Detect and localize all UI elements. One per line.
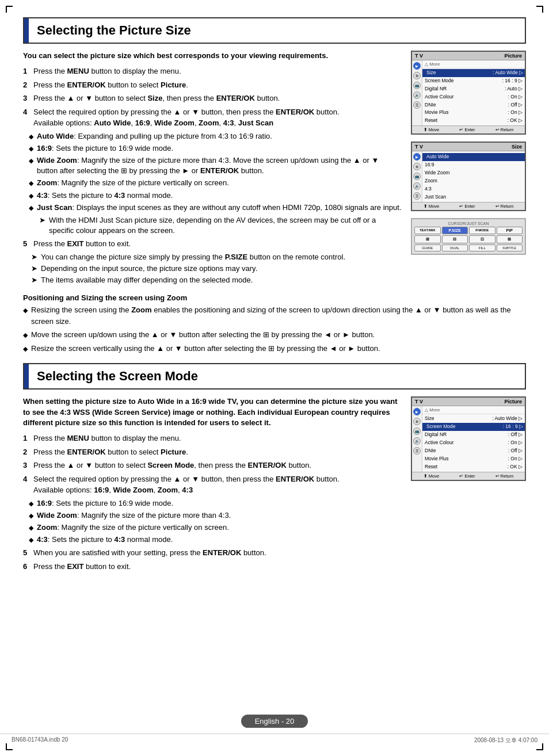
section1-header: Selecting the Picture Size: [23, 17, 526, 44]
tv2-body: ▶ ⚙ 📺 🔊 ☰ Auto Wide 16:9: [412, 151, 525, 201]
pos-item-2: ◆ Move the screen up/down using the ▲ or…: [23, 329, 526, 341]
tv3-icon-4: 🔊: [413, 437, 421, 445]
tv1-icon-2: ⚙: [413, 72, 421, 79]
tv3-row-screenmode: Screen Mode : 16 : 9 ▷: [422, 423, 525, 431]
tv1-icon-3: 📺: [413, 82, 421, 89]
s2-step-4: 4 Select the required option by pressing…: [23, 474, 402, 496]
section2-title: Selecting the Screen Mode: [29, 364, 206, 388]
section1-text-col: You can select the picture size which be…: [23, 51, 402, 288]
tv-screen-1: T V Picture ▶ ⚙ 📺 🔊 ☰ △ More: [411, 51, 526, 135]
remote-btn-icon2: ⊟: [442, 235, 468, 243]
tv3-row-reset: Reset : OK ▷: [425, 463, 523, 471]
tv2-item-169: 16:9: [425, 161, 523, 169]
tv1-row-size: Size : Auto Wide ▷: [422, 69, 525, 77]
tv2-rows: Auto Wide 16:9 Wide Zoom Zoom: [422, 151, 525, 201]
tv1-row-activecolour: Active Colour : On ▷: [425, 93, 523, 101]
tv2-tv-label: T V: [415, 144, 423, 150]
tv3-footer-enter: ↵ Enter: [459, 474, 475, 479]
tv1-body: ▶ ⚙ 📺 🔊 ☰ △ More Size : Auto Wide ▷: [412, 60, 525, 125]
sub-item-169: ◆ 16:9: Sets the picture to 16:9 wide mo…: [29, 143, 402, 154]
tv2-footer-enter: ↵ Enter: [459, 204, 475, 209]
s2-sub-43: ◆ 4:3: Sets the picture to 4:3 normal mo…: [29, 534, 402, 545]
footer-left: BN68-01743A.indb 20: [12, 736, 68, 744]
tv1-row-digitalnr: Digital NR : Auto ▷: [425, 85, 523, 93]
tv2-footer-return: ↩ Return: [495, 204, 514, 209]
tv2-item-autowide: Auto Wide: [422, 153, 525, 161]
page: Selecting the Picture Size You can selec…: [0, 0, 549, 756]
tv3-row-size: Size : Auto Wide ▷: [425, 415, 523, 423]
section2-text-col: When setting the picture size to Auto Wi…: [23, 396, 402, 574]
remote-panel-top-label: CURSOR/JUST SCAN: [414, 222, 523, 226]
positioning-list: ◆ Resizing the screen using the Zoom ena…: [23, 304, 526, 354]
tv1-row-screenmode: Screen Mode : 16 : 9 ▷: [425, 77, 523, 85]
tv3-row-digitalnr: Digital NR : Off ▷: [425, 431, 523, 439]
remote-guide-row: GUIDE DUAL FILL SUBTITLE: [414, 245, 523, 251]
sub-item-autowide: ◆ Auto Wide: Expanding and pulling up th…: [29, 131, 402, 142]
remote-control-panel: CURSOR/JUST SCAN TEXT/MIX P.SIZE P.MODE …: [411, 218, 526, 255]
tv3-icon-3: 📺: [413, 427, 421, 435]
s2-step-6: 6 Press the EXIT button to exit.: [23, 561, 402, 572]
remote-btn-icon3: ⊡: [469, 235, 495, 243]
tv1-footer-enter: ↵ Enter: [459, 127, 475, 132]
tv1-left-icons: ▶ ⚙ 📺 🔊 ☰: [412, 60, 422, 125]
section2-content: When setting the picture size to Auto Wi…: [23, 396, 526, 574]
positioning-section: Positioning and Sizing the screen using …: [23, 293, 526, 354]
tv1-footer-move: ⬆ Move: [424, 127, 439, 132]
tv2-right: Auto Wide 16:9 Wide Zoom Zoom: [422, 151, 525, 201]
footer-info: BN68-01743A.indb 20 2008-08-13 오후 4:07:0…: [0, 734, 549, 744]
tv2-icon-5: ☰: [413, 192, 421, 200]
s2-step-5: 5 When you are satisfied with your setti…: [23, 547, 402, 559]
tv1-row-dnie: DNIe : Off ▷: [425, 101, 523, 109]
tv1-pic-label: Picture: [504, 53, 522, 59]
tv3-icon-2: ⚙: [413, 418, 421, 425]
tv2-footer: ⬆ Move ↵ Enter ↩ Return: [412, 202, 525, 210]
remote-btn-psize: P.SIZE: [442, 227, 468, 234]
step-2: 2 Press the ENTER/OK button to select Pi…: [23, 79, 402, 91]
tv3-row-movieplus: Movie Plus : On ▷: [425, 455, 523, 463]
s2-sub-169: ◆ 16:9: Sets the picture to 16:9 wide mo…: [29, 498, 402, 509]
remote-btn-dual: DUAL: [442, 245, 468, 251]
just-scan-notes: ➤ With the HDMI Just Scan picture size, …: [23, 215, 402, 236]
positioning-header: Positioning and Sizing the screen using …: [23, 293, 526, 302]
tv3-footer-move: ⬆ Move: [424, 474, 439, 479]
tv1-header: T V Picture: [412, 52, 525, 60]
remote-btn-icon1: ⊞: [414, 235, 441, 243]
section2-intro: When setting the picture size to Auto Wi…: [23, 396, 402, 428]
tv3-rows: Size : Auto Wide ▷ Screen Mode : 16 : 9 …: [422, 414, 525, 471]
tv2-icon-3: 📺: [413, 173, 421, 180]
pos-item-1: ◆ Resizing the screen using the Zoom ena…: [23, 304, 526, 327]
tv1-icon-4: 🔊: [413, 91, 421, 99]
section1-intro: You can select the picture size which be…: [23, 51, 402, 61]
section2-sub-list: ◆ 16:9: Sets the picture to 16:9 wide mo…: [23, 498, 402, 545]
tv3-row-activecolour: Active Colour : On ▷: [425, 439, 523, 447]
tv1-rows: Size : Auto Wide ▷ Screen Mode : 16 : 9 …: [422, 68, 525, 125]
tv3-pic-label: Picture: [504, 399, 522, 404]
remote-btn-fill: FILL: [469, 245, 495, 251]
s2-step-2: 2 Press the ENTER/OK button to select Pi…: [23, 446, 402, 458]
tv2-item-zoom: Zoom: [425, 177, 523, 185]
tv2-left-icons: ▶ ⚙ 📺 🔊 ☰: [412, 151, 422, 201]
tv3-row-dnie: DNIe : Off ▷: [425, 447, 523, 455]
just-scan-note-1: ➤ With the HDMI Just Scan picture size, …: [39, 215, 402, 236]
tv3-left-icons: ▶ ⚙ 📺 🔊 ☰: [412, 406, 422, 471]
section1-blue-bar: [24, 18, 29, 43]
tv2-header: T V Size: [412, 143, 525, 151]
tv3-right: △ More Size : Auto Wide ▷ Screen Mode : …: [422, 406, 525, 471]
remote-btn-icon4: ⊞: [497, 235, 523, 243]
tv1-right: △ More Size : Auto Wide ▷ Screen Mode : …: [422, 60, 525, 125]
tv3-icon-1: ▶: [413, 408, 421, 415]
tv1-footer: ⬆ Move ↵ Enter ↩ Return: [412, 125, 525, 133]
corner-mark-tl: [6, 6, 13, 13]
section2-steps: 1 Press the MENU button to display the m…: [23, 433, 402, 496]
section1-images-col: T V Picture ▶ ⚙ 📺 🔊 ☰ △ More: [411, 51, 526, 288]
sub-item-justscan: ◆ Just Scan: Displays the input scenes a…: [29, 203, 402, 213]
remote-btn-subtitle: SUBTITLE: [497, 245, 523, 251]
footer-right: 2008-08-13 오후 4:07:00: [474, 736, 537, 744]
step-1: 1 Press the MENU button to display the m…: [23, 66, 402, 77]
tv2-size-label: Size: [512, 144, 522, 150]
step-4: 4 Select the required option by pressing…: [23, 106, 402, 129]
s2-step-1: 1 Press the MENU button to display the m…: [23, 433, 402, 444]
step-5: 5 Press the EXIT button to exit.: [23, 238, 402, 250]
tv1-more-row: △ More: [422, 60, 525, 68]
remote-btn-guide: GUIDE: [414, 245, 441, 251]
